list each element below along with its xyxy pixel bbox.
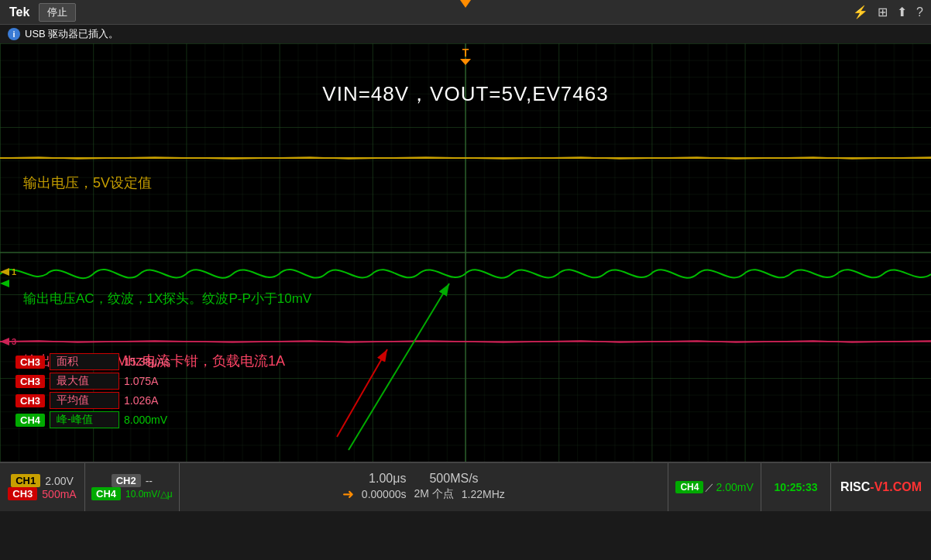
- trigger-indicator-top: [460, 0, 471, 14]
- svg-text:3: 3: [12, 337, 16, 346]
- meas-ch4-badge-pp: CH4: [15, 414, 45, 427]
- ch4-badge[interactable]: CH4: [91, 487, 121, 500]
- meas-row-max: CH3 最大值 1.075A: [15, 373, 186, 390]
- ch2-value: --: [146, 475, 153, 487]
- ch1-badge[interactable]: CH1: [11, 474, 40, 487]
- ch2-status-cell: CH2 -- CH4 10.0mV/△μ: [85, 463, 180, 511]
- timebase-value: 1.00μs: [369, 472, 406, 486]
- meas-ch3-badge-area: CH3: [15, 356, 45, 369]
- meas-val-avg: 1.026A: [124, 394, 186, 407]
- meas-row-pp: CH4 峰-峰值 8.000mV: [15, 411, 186, 428]
- watermark: RISC-V1.COM: [831, 463, 931, 511]
- meas-val-area: 15.38μAs: [124, 356, 186, 368]
- sample-rate: 500MS/s: [429, 472, 478, 486]
- statusbar: CH1 2.00V CH3 500mA CH2 -- CH4 10.0mV/△μ…: [0, 462, 931, 511]
- upload-icon: ⬆: [897, 5, 907, 19]
- meas-val-max: 1.075A: [124, 375, 186, 387]
- usb-notice: i USB 驱动器已插入。: [0, 25, 931, 43]
- scope-title: VIN=48V，VOUT=5V,EV7463: [0, 81, 931, 108]
- meas-name-pp: 峰-峰值: [50, 411, 119, 428]
- ch2-badge[interactable]: CH2: [112, 474, 141, 487]
- divider-slash: ／: [705, 481, 714, 494]
- trigger-triangle: [460, 0, 471, 8]
- ch4-wave-label: 输出电压AC，纹波，1X探头。纹波P-P小于10mV: [23, 290, 311, 307]
- ch3-badge[interactable]: CH3: [8, 487, 37, 500]
- ch4-value: 10.0mV/△μ: [125, 489, 173, 500]
- titlebar: Tek 停止 ⚡ ⊞ ⬆ ?: [0, 0, 931, 25]
- scope-display: 1 3 T VIN=48V，VOUT=5V,EV7463 输出电压，5V设定值 …: [0, 43, 931, 462]
- clock-time: 10:25:33: [775, 481, 818, 493]
- meas-name-area: 面积: [50, 353, 119, 370]
- svg-text:1: 1: [12, 267, 16, 277]
- trigger-t-marker: T: [462, 46, 469, 59]
- meas-name-avg: 平均值: [50, 392, 119, 409]
- meas-row-avg: CH3 平均值 1.026A: [15, 392, 186, 409]
- trigger-offset: 0.00000s: [362, 488, 407, 500]
- ch1-wave-label: 输出电压，5V设定值: [23, 173, 152, 192]
- watermark-text: RISC: [840, 480, 870, 494]
- help-icon: ?: [916, 5, 923, 19]
- meas-ch3-badge-max: CH3: [15, 375, 45, 388]
- grid-icon: ⊞: [878, 5, 888, 19]
- tek-logo: Tek: [0, 5, 39, 19]
- wifi-icon: ⚡: [853, 5, 868, 19]
- meas-ch3-badge-avg: CH3: [15, 394, 45, 407]
- watermark-dash: -V1.COM: [870, 480, 922, 494]
- ch1-value: 2.00V: [45, 475, 74, 487]
- frequency: 1.22MHz: [462, 488, 505, 500]
- info-icon: i: [8, 28, 20, 40]
- ch4-scale-cell: CH4 ／ 2.00mV: [668, 463, 761, 511]
- ch3-value: 500mA: [42, 488, 76, 500]
- meas-row-area: CH3 面积 15.38μAs: [15, 353, 186, 370]
- ch4-scale-value: 2.00mV: [716, 481, 753, 493]
- meas-val-pp: 8.000mV: [124, 414, 186, 426]
- clock-cell: 10:25:33: [761, 463, 831, 511]
- ch4-scale-badge[interactable]: CH4: [675, 481, 703, 493]
- meas-name-max: 最大值: [50, 373, 119, 390]
- ch1-status-cell: CH1 2.00V CH3 500mA: [0, 463, 85, 511]
- timebase-cell: 1.00μs 500MS/s ➜ 0.00000s 2M 个点 1.22MHz: [180, 463, 668, 511]
- titlebar-icons: ⚡ ⊞ ⬆ ?: [853, 5, 923, 19]
- points-count: 2M 个点: [414, 487, 453, 501]
- stop-button[interactable]: 停止: [39, 3, 76, 22]
- usb-text: USB 驱动器已插入。: [25, 27, 119, 41]
- measurements-table: CH3 面积 15.38μAs CH3 最大值 1.075A CH3 平均值 1…: [15, 353, 186, 431]
- trigger-arrow-icon: ➜: [342, 486, 354, 503]
